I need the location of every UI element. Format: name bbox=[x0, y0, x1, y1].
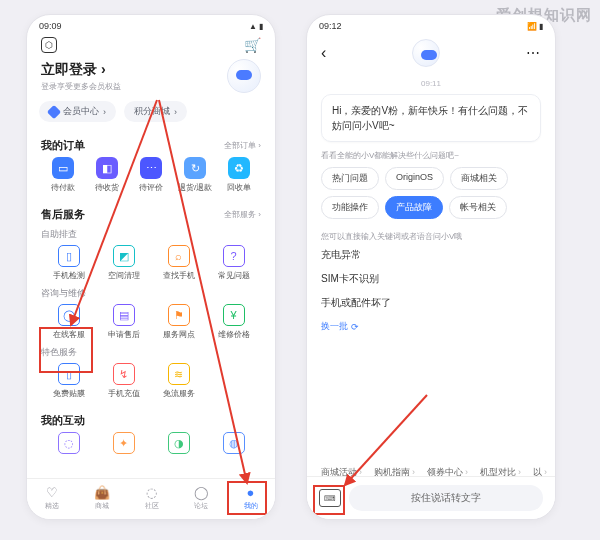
pill-fault[interactable]: 产品故障 bbox=[385, 196, 443, 219]
order-pending-review[interactable]: ⋯待评价 bbox=[129, 157, 173, 193]
status-bar: 09:09 ▲▮ bbox=[27, 15, 275, 33]
login-button[interactable]: 立即登录 › bbox=[41, 61, 121, 79]
pin-icon: ⚑ bbox=[168, 304, 190, 326]
order-refund[interactable]: ↻退货/退款 bbox=[173, 157, 217, 193]
interact-1[interactable]: ◌ bbox=[41, 432, 96, 454]
interact-2[interactable]: ✦ bbox=[96, 432, 151, 454]
pill-account[interactable]: 帐号相关 bbox=[449, 196, 507, 219]
status-icons: ▲▮ bbox=[247, 21, 263, 31]
cart-icon[interactable]: 🛒 bbox=[244, 37, 261, 53]
chip-member-center[interactable]: 会员中心 › bbox=[39, 101, 116, 122]
interact-3[interactable]: ◑ bbox=[151, 432, 206, 454]
nav-forum[interactable]: ◯论坛 bbox=[194, 485, 209, 511]
heart-icon: ♡ bbox=[46, 485, 58, 500]
more-icon[interactable]: ⋯ bbox=[526, 45, 541, 61]
pill-function[interactable]: 功能操作 bbox=[321, 196, 379, 219]
svc-faq[interactable]: ?常见问题 bbox=[206, 245, 261, 281]
pill-mall[interactable]: 商城相关 bbox=[450, 167, 508, 190]
chip-points-mall[interactable]: 积分商城 › bbox=[124, 101, 187, 122]
status-icons: 📶▮ bbox=[525, 21, 543, 31]
input-hint: 您可以直接输入关键词或者语音问小V哦 bbox=[321, 231, 541, 242]
nav-community[interactable]: ◌社区 bbox=[145, 485, 159, 511]
svc-apply-aftersale[interactable]: ▤申请售后 bbox=[96, 304, 151, 340]
phone-right: 09:12 📶▮ ‹ ⋯ 09:11 Hi，亲爱的V粉，新年快乐！有什么问题，不… bbox=[306, 14, 556, 520]
refresh-questions[interactable]: 换一批⟳ bbox=[321, 320, 541, 333]
voice-input[interactable]: 按住说话转文字 bbox=[349, 485, 543, 511]
svc-storage-clean[interactable]: ◩空间清理 bbox=[96, 245, 151, 281]
capability-hint: 看看全能的小V都能解决些什么问题吧~ bbox=[321, 150, 541, 161]
svc-repair-price[interactable]: ¥维修价格 bbox=[206, 304, 261, 340]
form-icon: ▤ bbox=[113, 304, 135, 326]
refund-icon: ↻ bbox=[184, 157, 206, 179]
recharge-icon: ↯ bbox=[113, 363, 135, 385]
recycle-icon: ♻ bbox=[228, 157, 250, 179]
clean-icon: ◩ bbox=[113, 245, 135, 267]
price-icon: ¥ bbox=[223, 304, 245, 326]
forum-icon: ◯ bbox=[194, 485, 209, 500]
service-more[interactable]: 全部服务 › bbox=[224, 209, 261, 220]
svc-find-phone[interactable]: ⌕查找手机 bbox=[151, 245, 206, 281]
chat-icon: ⋯ bbox=[140, 157, 162, 179]
annotation-box-mine-tab bbox=[227, 481, 267, 515]
bag-icon: 👜 bbox=[94, 485, 110, 500]
service-title: 售后服务 bbox=[41, 207, 85, 222]
login-subtitle: 登录享受更多会员权益 bbox=[41, 81, 121, 92]
avatar[interactable] bbox=[227, 59, 261, 93]
phone-icon: ▯ bbox=[58, 245, 80, 267]
timestamp: 09:11 bbox=[321, 79, 541, 88]
data-icon: ≋ bbox=[168, 363, 190, 385]
status-bar: 09:12 📶▮ bbox=[307, 15, 555, 33]
status-time: 09:12 bbox=[319, 21, 342, 31]
svc-recharge[interactable]: ↯手机充值 bbox=[96, 363, 151, 399]
order-pending-payment[interactable]: ▭待付款 bbox=[41, 157, 85, 193]
self-check-heading: 自助排查 bbox=[41, 228, 261, 241]
interact-title: 我的互动 bbox=[41, 413, 85, 428]
svc-phone-check[interactable]: ▯手机检测 bbox=[41, 245, 96, 281]
question-sim[interactable]: SIM卡不识别 bbox=[321, 272, 541, 286]
interact-4[interactable]: ◍ bbox=[206, 432, 261, 454]
settings-icon[interactable]: ⬡ bbox=[41, 37, 57, 53]
headset-icon: ◯ bbox=[58, 304, 80, 326]
locate-icon: ⌕ bbox=[168, 245, 190, 267]
orders-title: 我的订单 bbox=[41, 138, 85, 153]
nav-mall[interactable]: 👜商城 bbox=[94, 485, 110, 511]
svc-service-points[interactable]: ⚑服务网点 bbox=[151, 304, 206, 340]
order-pending-receipt[interactable]: ◧待收货 bbox=[85, 157, 129, 193]
phone-left: 09:09 ▲▮ ⬡ 🛒 立即登录 › 登录享受更多会员权益 会员中心 › 积分… bbox=[26, 14, 276, 520]
question-charging[interactable]: 充电异常 bbox=[321, 248, 541, 262]
nav-featured[interactable]: ♡精选 bbox=[45, 485, 59, 511]
greeting-bubble: Hi，亲爱的V粉，新年快乐！有什么问题，不妨问问小V吧~ bbox=[321, 94, 541, 142]
status-time: 09:09 bbox=[39, 21, 62, 31]
refresh-icon: ⟳ bbox=[351, 322, 359, 332]
pill-hot[interactable]: 热门问题 bbox=[321, 167, 379, 190]
annotation-box-keyboard bbox=[313, 485, 345, 515]
consult-repair-heading: 咨询与维修 bbox=[41, 287, 261, 300]
back-button[interactable]: ‹ bbox=[321, 44, 326, 62]
question-icon: ? bbox=[223, 245, 245, 267]
order-recycle[interactable]: ♻回收单 bbox=[217, 157, 261, 193]
orders-more[interactable]: 全部订单 › bbox=[224, 140, 261, 151]
category-pills: 热门问题 OriginOS 商城相关 功能操作 产品故障 帐号相关 bbox=[321, 167, 541, 219]
question-broken[interactable]: 手机或配件坏了 bbox=[321, 296, 541, 310]
community-icon: ◌ bbox=[146, 485, 157, 500]
bot-avatar bbox=[412, 39, 440, 67]
box-icon: ◧ bbox=[96, 157, 118, 179]
svc-free-data[interactable]: ≋免流服务 bbox=[151, 363, 206, 399]
wallet-icon: ▭ bbox=[52, 157, 74, 179]
annotation-box-online-service bbox=[39, 327, 93, 373]
pill-originos[interactable]: OriginOS bbox=[385, 167, 444, 190]
